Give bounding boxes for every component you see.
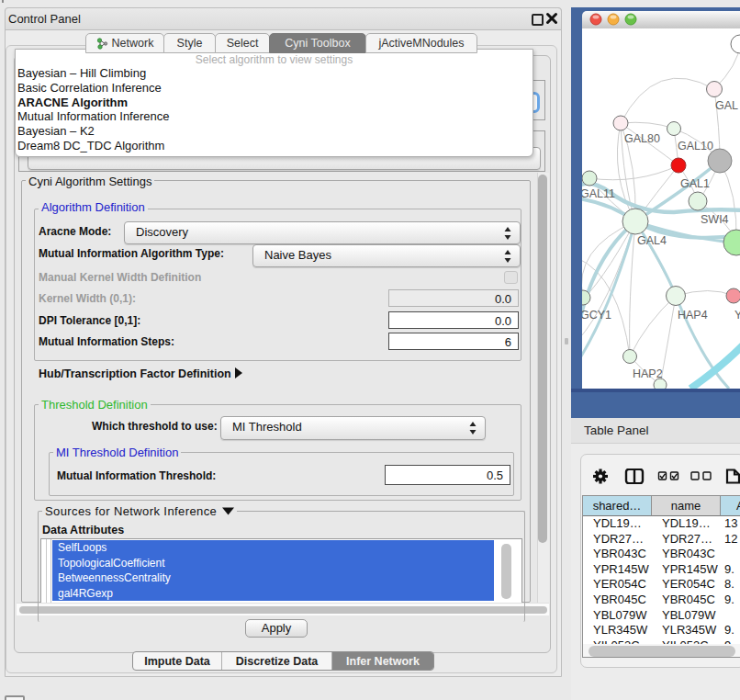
svg-text:GAL11: GAL11 — [582, 187, 615, 200]
svg-text:GAL4: GAL4 — [637, 234, 667, 247]
svg-text:GAL1: GAL1 — [680, 177, 710, 190]
svg-text:GAL: GAL — [715, 99, 738, 112]
svg-text:HAP4: HAP4 — [678, 309, 708, 322]
svg-text:GCY1: GCY1 — [582, 309, 611, 322]
svg-text:SWI4: SWI4 — [701, 213, 729, 226]
svg-text:HAP2: HAP2 — [633, 367, 663, 380]
svg-text:GAL80: GAL80 — [624, 132, 660, 145]
svg-text:Y: Y — [734, 309, 740, 322]
svg-text:GAL10: GAL10 — [678, 140, 713, 152]
